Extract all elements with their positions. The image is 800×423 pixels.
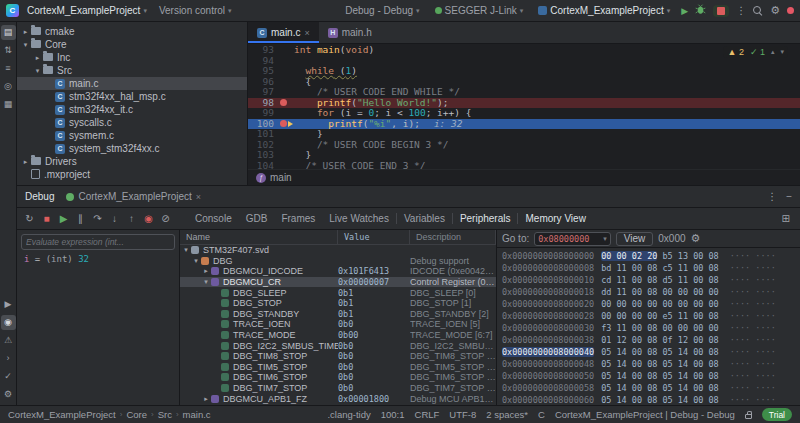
version-control-widget[interactable]: Version control▾ xyxy=(155,3,236,18)
memory-hex-group[interactable]: 0f 12 00 08 xyxy=(662,335,718,345)
memory-hex-group[interactable]: d5 11 00 08 xyxy=(662,275,718,285)
status-item[interactable]: C xyxy=(538,409,545,420)
tree-chevron-icon[interactable]: ▾ xyxy=(33,67,42,75)
memory-hex-group[interactable]: 00 00 00 00 xyxy=(601,299,657,309)
debug-view-tab-gdb[interactable]: GDB xyxy=(239,208,275,229)
project-icon[interactable]: ▤ xyxy=(1,25,16,40)
run-button[interactable]: ▶ xyxy=(681,6,688,16)
project-selector[interactable]: CortexM_ExampleProject▾ xyxy=(23,3,151,18)
next-highlight-icon[interactable]: ▾ xyxy=(780,48,784,56)
memory-row[interactable]: 0x0000000008000018dd 11 00 0800 00 00 00… xyxy=(502,286,800,298)
tree-item[interactable]: Cstm32f4xx_it.c xyxy=(17,103,247,116)
code-line[interactable]: 95 while (1) xyxy=(248,66,800,77)
memory-row[interactable]: 0x000000000800002800 00 00 00e5 11 00 08… xyxy=(502,310,800,322)
breakpoint-icon[interactable] xyxy=(278,99,294,106)
debug-view-tab-frames[interactable]: Frames xyxy=(274,208,322,229)
peripheral-row[interactable]: TRACE_MODE0b00TRACE_MODE [6:7] xyxy=(180,330,496,341)
status-badge[interactable]: Trial xyxy=(762,408,792,421)
chevron-down-icon[interactable]: ▾ xyxy=(603,235,607,242)
close-icon[interactable]: × xyxy=(304,28,309,38)
structure-icon[interactable]: ≡ xyxy=(1,61,16,76)
memory-hex-group[interactable]: e5 11 00 08 xyxy=(662,311,718,321)
peripheral-row[interactable]: DBG_I2C2_SMBUS_TIMEOUT0b0DBG_I2C2_SMBUS_… xyxy=(180,340,496,351)
breadcrumb-segment[interactable]: Src xyxy=(158,409,172,420)
step-out-icon[interactable]: ↑ xyxy=(123,211,140,227)
code-line[interactable]: 100 printf("%i", i);i: 32 xyxy=(248,119,800,130)
inspection-widget[interactable]: ▲ 2 ✓ 1 ▴ ▾ xyxy=(723,46,788,58)
tree-item[interactable]: Csystem_stm32f4xx.c xyxy=(17,142,247,155)
memory-row[interactable]: 0x000000000800005005 14 00 0805 14 00 08… xyxy=(502,370,800,382)
memory-hex-group[interactable]: dd 11 00 08 xyxy=(601,287,657,297)
memory-hex-group[interactable]: 00 00 00 00 xyxy=(662,287,718,297)
tree-chevron-icon[interactable]: ▸ xyxy=(21,28,30,36)
tree-item[interactable]: Cmain.c xyxy=(17,77,247,90)
stop-button[interactable] xyxy=(713,5,729,17)
memory-hex-group[interactable]: 05 14 00 08 xyxy=(662,371,718,381)
run-configuration-selector[interactable]: CortexM_ExampleProject▾ xyxy=(534,3,674,18)
tree-item[interactable]: ▾Core xyxy=(17,38,247,51)
memory-row[interactable]: 0x0000000008000010cd 11 00 08d5 11 00 08… xyxy=(502,274,800,286)
debug-session-tab[interactable]: CortexM_ExampleProject × xyxy=(66,191,201,202)
memory-row[interactable]: 0x000000000800006005 14 00 0805 14 00 08… xyxy=(502,394,800,405)
memory-hex-group[interactable]: 00 00 02 20 xyxy=(601,251,657,261)
memory-settings-gear-icon[interactable]: ⚙ xyxy=(691,233,701,244)
tree-item[interactable]: ▾Src xyxy=(17,64,247,77)
debug-view-tab-live-watches[interactable]: Live Watches xyxy=(322,208,396,229)
terminal-icon[interactable]: › xyxy=(1,351,16,366)
status-item[interactable]: CortexM_ExampleProject | Debug - Debug xyxy=(555,409,735,420)
debug-button[interactable] xyxy=(695,4,706,17)
editor-breadcrumb[interactable]: ƒ main xyxy=(248,169,800,185)
memory-hex-group[interactable]: cd 11 00 08 xyxy=(601,275,657,285)
tree-chevron-icon[interactable]: ▾ xyxy=(192,257,200,265)
memory-hex-group[interactable]: 05 14 00 08 xyxy=(662,359,718,369)
settings-gear-icon[interactable]: ⚙ xyxy=(770,5,780,16)
more-options-icon[interactable]: ⋮ xyxy=(767,191,777,202)
problems-icon[interactable]: ⚠ xyxy=(1,333,16,348)
column-header[interactable]: Description xyxy=(410,230,496,244)
debug-probe-selector[interactable]: SEGGER J-Link▾ xyxy=(431,3,528,18)
peripheral-row[interactable]: ▾DBGMCU_CR0x00000007Control Register (0x… xyxy=(180,277,496,288)
lock-icon[interactable] xyxy=(745,414,752,419)
tree-item[interactable]: ▸cmake xyxy=(17,25,247,38)
memory-hex-group[interactable]: b5 13 00 08 xyxy=(662,251,718,261)
peripheral-row[interactable]: ▸DBGMCU_IDCODE0x101F6413IDCODE (0xe00420… xyxy=(180,266,496,277)
memory-hex-group[interactable]: 05 14 00 08 xyxy=(601,359,657,369)
code-area[interactable]: ▲ 2 ✓ 1 ▴ ▾ 93int main(void)9495 while (… xyxy=(248,44,800,169)
peripheral-row[interactable]: TRACE_IOEN0b0TRACE_IOEN [5] xyxy=(180,319,496,330)
peripheral-row[interactable]: ▾DBGDebug support xyxy=(180,256,496,267)
breadcrumb-segment[interactable]: main.c xyxy=(183,409,211,420)
column-header[interactable]: Value xyxy=(338,230,410,244)
step-over-icon[interactable]: ↷ xyxy=(89,211,106,227)
tree-chevron-icon[interactable]: ▾ xyxy=(202,278,210,286)
peripheral-row[interactable]: ▸DBGMCU_APB1_FZ0x00001800Debug MCU APB1 … xyxy=(180,393,496,404)
memory-row[interactable]: 0x0000000008000030f3 11 00 0800 00 00 00… xyxy=(502,322,800,334)
editor-tab[interactable]: Hmain.h xyxy=(319,22,381,43)
tree-chevron-icon[interactable]: ▾ xyxy=(21,41,30,49)
debug-icon[interactable]: ◉ xyxy=(1,315,16,330)
settings-icon[interactable]: ⚙ xyxy=(1,387,16,402)
peripheral-row[interactable]: DBG_STANDBY0b1DBG_STANDBY [2] xyxy=(180,309,496,320)
debug-tool-window-title[interactable]: Debug xyxy=(25,191,54,202)
memory-hex-group[interactable]: 05 14 00 08 xyxy=(662,395,718,405)
status-item[interactable]: UTF-8 xyxy=(449,409,476,420)
memory-row[interactable]: 0x000000000800003801 12 00 080f 12 00 08… xyxy=(502,334,800,346)
evaluate-expression-input[interactable] xyxy=(21,234,175,250)
tree-chevron-icon[interactable]: ▸ xyxy=(33,54,42,62)
debug-view-tab-peripherals[interactable]: Peripherals xyxy=(453,208,518,229)
peripheral-row[interactable]: DBG_STOP0b1DBG_STOP [1] xyxy=(180,298,496,309)
code-line[interactable]: 93int main(void) xyxy=(248,45,800,56)
memory-row[interactable]: 0x0000000008000008bd 11 00 08c5 11 00 08… xyxy=(502,262,800,274)
memory-hex-group[interactable]: 05 14 00 08 xyxy=(601,347,657,357)
peripheral-row[interactable]: DBG_SLEEP0b1DBG_SLEEP [0] xyxy=(180,287,496,298)
rerun-icon[interactable]: ↻ xyxy=(21,211,38,227)
tree-item[interactable]: Csyscalls.c xyxy=(17,116,247,129)
debug-view-tab-console[interactable]: Console xyxy=(188,208,239,229)
memory-row[interactable]: 0x000000000800005805 14 00 0805 14 00 08… xyxy=(502,382,800,394)
tree-item[interactable]: Cstm32f4xx_hal_msp.c xyxy=(17,90,247,103)
resume-icon[interactable]: ▶ xyxy=(55,211,72,227)
find-icon[interactable]: ◎ xyxy=(1,79,16,94)
tree-item[interactable]: Csysmem.c xyxy=(17,129,247,142)
todo-icon[interactable]: ✓ xyxy=(1,369,16,384)
tree-chevron-icon[interactable]: ▾ xyxy=(182,246,190,254)
status-item[interactable]: 2 spaces* xyxy=(486,409,528,420)
